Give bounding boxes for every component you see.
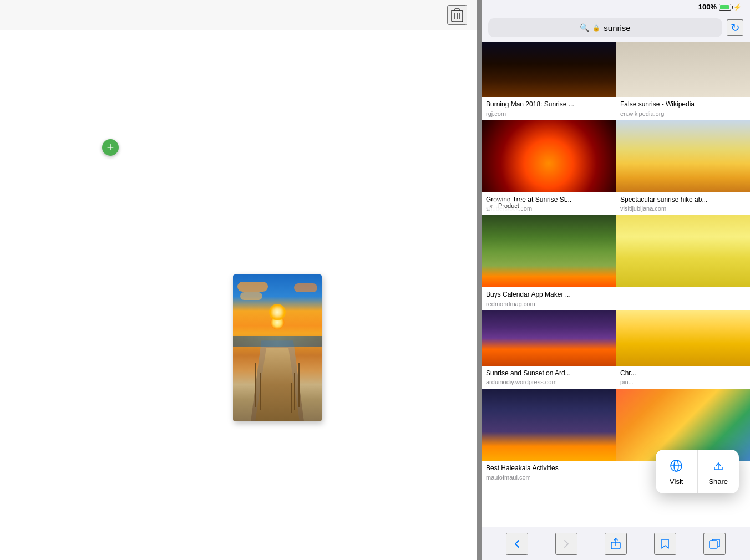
battery-percent: 100% — [698, 3, 717, 11]
bookmarks-icon — [659, 538, 671, 550]
result-title-3: Spectacular sunrise hike ab... — [620, 196, 746, 205]
add-button[interactable]: + — [102, 139, 119, 156]
result-text-6: Sunrise and Sunset on Ard... arduinodiy.… — [482, 366, 616, 389]
tabs-icon — [708, 538, 721, 550]
back-icon — [511, 538, 523, 549]
battery-icon — [719, 4, 731, 11]
left-panel: 09:41 Tue 9 Jan — [0, 0, 477, 560]
share-nav-icon — [610, 538, 622, 550]
trash-button[interactable] — [447, 5, 467, 25]
result-title-0: Burning Man 2018: Sunrise ... — [486, 100, 611, 109]
trash-icon — [451, 8, 463, 22]
share-arrow-icon — [712, 459, 725, 472]
reload-icon: ↻ — [731, 21, 740, 34]
visit-menu-item[interactable]: Visit — [656, 450, 698, 493]
result-title-8: Best Haleakala Activities — [486, 464, 611, 473]
context-menu-items: Visit Share — [656, 450, 739, 493]
visit-label: Visit — [670, 477, 683, 486]
safari-nav-bar — [482, 527, 750, 560]
product-label: Product — [498, 202, 519, 209]
canvas-area: + — [0, 30, 477, 560]
share-label: Share — [708, 477, 728, 486]
battery-nub — [732, 6, 733, 9]
result-url-1: en.wikipedia.org — [620, 110, 746, 117]
result-url-8: mauiofmaui.com — [486, 474, 611, 481]
product-tag-icon: 🏷 — [490, 203, 496, 209]
result-url-4: redmondmag.com — [486, 301, 611, 307]
top-bar — [0, 0, 477, 30]
result-text-1: False sunrise - Wikipedia en.wikipedia.o… — [616, 97, 750, 120]
reload-button[interactable]: ↻ — [727, 19, 743, 36]
charging-icon: ⚡ — [733, 3, 742, 11]
result-image-2 — [482, 120, 616, 192]
result-title-6: Sunrise and Sunset on Ard... — [486, 369, 611, 378]
add-icon: + — [107, 141, 114, 154]
globe-icon — [670, 459, 683, 472]
result-item-4[interactable]: Buys Calendar App Maker ... redmondmag.c… — [482, 215, 616, 310]
safari-url-bar: 🔍 🔒 sunrise ↻ — [482, 14, 750, 42]
result-item-7[interactable]: Chr... pin... — [616, 310, 750, 389]
search-icon: 🔍 — [580, 23, 589, 32]
url-text: sunrise — [604, 23, 630, 33]
result-image-6 — [482, 310, 616, 366]
result-item-0[interactable]: Burning Man 2018: Sunrise ... rgj.com — [482, 42, 616, 120]
url-field[interactable]: 🔍 🔒 sunrise — [488, 18, 722, 37]
result-text-8: Best Haleakala Activities mauiofmaui.com — [482, 461, 616, 484]
share-menu-item[interactable]: Share — [698, 450, 739, 493]
result-item-1[interactable]: False sunrise - Wikipedia en.wikipedia.o… — [616, 42, 750, 120]
result-text-3: Spectacular sunrise hike ab... visitljub… — [616, 192, 750, 216]
result-item-3[interactable]: Spectacular sunrise hike ab... visitljub… — [616, 120, 750, 216]
result-url-6: arduinodiy.wordpress.com — [486, 379, 611, 385]
safari-status-bar: 100% ⚡ — [482, 0, 750, 14]
forward-icon — [561, 538, 572, 549]
result-url-7: pin... — [620, 379, 746, 385]
result-text-4: Buys Calendar App Maker ... redmondmag.c… — [482, 287, 616, 310]
share-icon — [710, 457, 727, 474]
image-card-inner — [233, 274, 322, 421]
tabs-button[interactable] — [703, 533, 726, 555]
result-image-5 — [616, 215, 750, 287]
result-text-0: Burning Man 2018: Sunrise ... rgj.com — [482, 97, 616, 120]
result-title-7: Chr... — [620, 369, 746, 378]
result-title-4: Buys Calendar App Maker ... — [486, 291, 611, 299]
lock-icon: 🔒 — [592, 24, 600, 32]
panel-divider — [477, 0, 482, 560]
share-nav-button[interactable] — [605, 533, 627, 555]
result-image-8 — [482, 389, 616, 461]
result-image-4 — [482, 215, 616, 287]
result-image-1 — [616, 42, 750, 97]
svg-rect-9 — [710, 541, 717, 548]
result-title-1: False sunrise - Wikipedia — [620, 100, 746, 109]
result-image-0 — [482, 42, 616, 97]
forward-button[interactable] — [555, 533, 577, 555]
product-badge: 🏷 Product — [486, 201, 524, 211]
result-image-7 — [616, 310, 750, 366]
image-card[interactable] — [233, 274, 322, 421]
result-url-0: rgj.com — [486, 110, 611, 117]
result-url-3: visitljubljana.com — [620, 205, 746, 212]
result-text-5 — [616, 287, 750, 295]
search-results: Burning Man 2018: Sunrise ... rgj.com Fa… — [482, 42, 750, 527]
right-panel: 100% ⚡ 🔍 🔒 sunrise ↻ Burning Man 201 — [482, 0, 750, 560]
result-item-8[interactable]: Best Haleakala Activities mauiofmaui.com — [482, 389, 616, 484]
back-button[interactable] — [506, 533, 528, 555]
result-item-6[interactable]: Sunrise and Sunset on Ard... arduinodiy.… — [482, 310, 616, 389]
battery-fill — [720, 5, 729, 9]
bookmarks-button[interactable] — [654, 533, 676, 555]
visit-icon — [668, 457, 685, 474]
battery-indicator: 100% ⚡ — [698, 3, 742, 11]
results-grid: Burning Man 2018: Sunrise ... rgj.com Fa… — [482, 42, 750, 484]
context-menu: Visit Share — [656, 450, 739, 493]
result-item-5[interactable] — [616, 215, 750, 310]
result-text-7: Chr... pin... — [616, 366, 750, 389]
result-image-3 — [616, 120, 750, 192]
result-item-2[interactable]: 🏷 Product Growing Tree at Sunrise St... … — [482, 120, 616, 216]
